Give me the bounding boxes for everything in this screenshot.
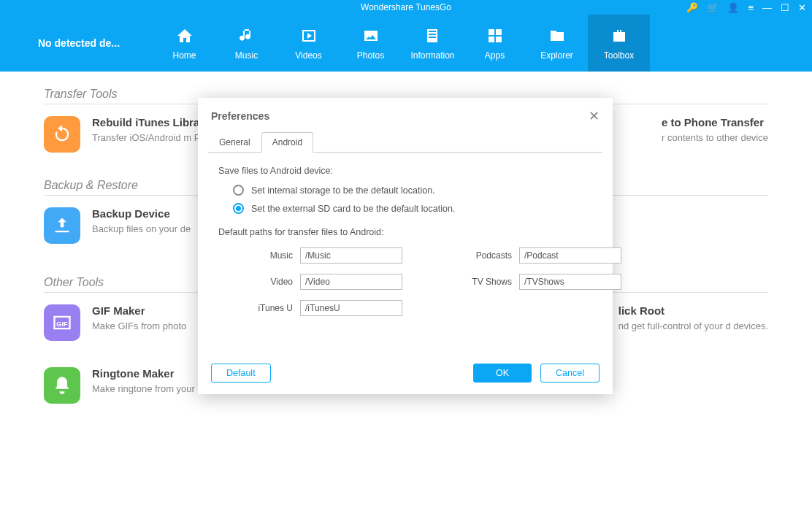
path-itunesu-label: iTunes U [233,303,300,313]
path-tvshows-input[interactable] [519,274,621,290]
tab-android[interactable]: Android [261,132,313,153]
path-video-label: Video [233,277,300,287]
dialog-tabs: General Android [208,131,602,153]
dialog-overlay: Preferences ✕ General Android Save files… [0,0,812,511]
radio-internal-storage[interactable]: Set internal storage to be the default l… [233,185,592,196]
preferences-dialog: Preferences ✕ General Android Save files… [198,98,613,394]
path-podcasts-input[interactable] [519,247,621,264]
save-location-label: Save files to Android device: [218,166,592,176]
radio-icon [233,185,244,196]
radio-icon [233,203,244,214]
cancel-button[interactable]: Cancel [540,364,600,383]
path-music-label: Music [233,250,300,261]
radio-label: Set the external SD card to be the defau… [251,204,455,214]
path-podcasts-label: Podcasts [452,250,519,261]
path-video-input[interactable] [300,274,402,290]
tab-general[interactable]: General [208,132,261,153]
default-button[interactable]: Default [211,364,271,383]
paths-heading: Default paths for transfer files to Andr… [218,227,592,237]
path-itunesu-input[interactable] [300,300,402,316]
radio-external-sd[interactable]: Set the external SD card to be the defau… [233,203,592,214]
dialog-title: Preferences [211,110,269,122]
dialog-close-icon[interactable]: ✕ [589,108,600,124]
radio-label: Set internal storage to be the default l… [251,185,435,196]
path-tvshows-label: TV Shows [452,277,519,287]
ok-button[interactable]: OK [473,364,532,383]
path-music-input[interactable] [300,247,402,264]
